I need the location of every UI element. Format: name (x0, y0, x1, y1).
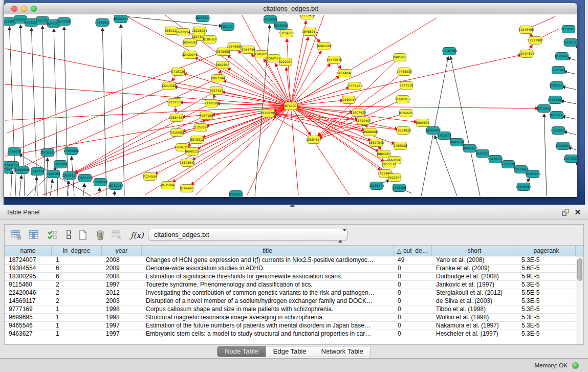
graph-node[interactable]: 12160469 (341, 96, 357, 104)
graph-node[interactable]: 11607466 (395, 96, 411, 103)
memory-status-indicator[interactable] (572, 362, 579, 369)
graph-node[interactable]: 15472075 (326, 56, 342, 64)
graph-node[interactable]: 17016504 (555, 142, 571, 150)
column-header-title[interactable]: title (142, 246, 394, 256)
graph-node[interactable]: 16033809 (195, 15, 211, 22)
table-row[interactable]: 2242004622012Investigating the contribut… (5, 289, 576, 297)
graph-node[interactable]: 20206516 (40, 149, 56, 157)
graph-node[interactable]: 8912954 (177, 29, 190, 36)
tab-edge-table[interactable]: Edge Table (266, 346, 314, 357)
graph-node[interactable]: 11353594 (193, 124, 209, 132)
graph-node[interactable]: 2942757 (31, 168, 45, 176)
graph-node[interactable]: 8267150 (200, 112, 213, 120)
graph-node[interactable]: 16543382 (182, 39, 198, 47)
graph-node[interactable]: 17485033 (397, 68, 412, 76)
graph-node[interactable]: 9154695 (399, 110, 413, 117)
graph-node[interactable]: 9698222 (185, 148, 199, 156)
window-titlebar[interactable]: citations_edges.txt (4, 3, 577, 14)
graph-node[interactable]: 1877516 (400, 82, 413, 90)
graph-node[interactable]: 14614046 (337, 70, 353, 77)
graph-node[interactable]: 9245022 (476, 150, 490, 158)
graph-node[interactable]: 8186328 (203, 36, 217, 43)
select-columns-icon[interactable] (47, 229, 59, 242)
graph-node[interactable]: 2616050 (8, 148, 21, 156)
graph-node[interactable]: 10688609 (362, 128, 378, 136)
column-header-name[interactable]: name (5, 246, 52, 256)
float-panel-icon[interactable] (561, 208, 570, 216)
graph-node[interactable]: 13958167 (93, 179, 108, 186)
table-select-dropdown[interactable]: citations_edges.txt (148, 229, 347, 240)
column-header-in_degree[interactable]: in_degree (52, 246, 102, 256)
graph-node[interactable]: 9756928 (394, 142, 407, 150)
graph-node[interactable]: 15692971 (551, 127, 567, 135)
delete-column-icon[interactable] (95, 229, 107, 242)
graph-node[interactable]: 9842848 (216, 61, 230, 69)
graph-node[interactable]: 20206511 (113, 15, 129, 23)
graph-node[interactable]: 1916682 (170, 129, 184, 137)
graph-node[interactable]: 9222034 (279, 58, 293, 66)
graph-node[interactable]: 19734893 (519, 50, 535, 58)
table-row[interactable]: 1872400712008Changes of HCN gene express… (5, 256, 576, 265)
graph-node[interactable]: 16648784 (442, 48, 458, 55)
function-builder-icon[interactable]: ƒ(x) (130, 229, 148, 242)
graph-node[interactable]: 11603944 (180, 159, 195, 167)
graph-node[interactable]: 11120453 (561, 26, 577, 33)
graph-node[interactable]: 1673305 (57, 18, 71, 26)
graph-node[interactable]: 7635044 (161, 182, 175, 189)
tab-node-table[interactable]: Node Table (217, 346, 266, 357)
graph-node[interactable]: 9129966 (555, 53, 569, 60)
graph-node[interactable]: 2522544 (388, 174, 402, 182)
table-row[interactable]: 1938455462009Genome-wide association stu… (5, 265, 576, 273)
table-row[interactable]: 946362711997Embryonic stem cells: a mode… (5, 330, 576, 338)
graph-node[interactable]: 9218506 (274, 22, 288, 30)
graph-node[interactable]: 8791977 (438, 132, 451, 140)
graph-node[interactable]: 15125479 (299, 15, 315, 19)
graph-node[interactable]: 25676068 (227, 43, 243, 51)
graph-node[interactable]: 2718126 (171, 68, 185, 76)
tab-network-table[interactable]: Network Table (314, 346, 371, 357)
table-row[interactable]: 977716911998Corpus callosum shape and si… (5, 305, 576, 314)
graph-node[interactable]: 8813074 (4, 161, 9, 169)
table-settings-icon[interactable] (11, 229, 23, 242)
graph-node[interactable]: 12213383 (161, 82, 177, 90)
graph-node[interactable]: 13254386 (279, 30, 295, 37)
graph-node[interactable]: 15720407 (356, 117, 372, 125)
graph-node[interactable]: 8878312 (190, 136, 204, 144)
table-row[interactable]: 911546021997Tourette syndrome. Phenomeno… (5, 281, 576, 289)
column-header-year[interactable]: year (102, 246, 142, 256)
graph-node[interactable]: 1733426 (393, 184, 406, 192)
graph-node[interactable]: 19654923 (396, 127, 411, 135)
graph-node[interactable]: 17771253 (347, 82, 363, 90)
graph-node[interactable]: 11548498 (518, 26, 534, 34)
table-scrollbar[interactable] (576, 256, 583, 344)
graph-node[interactable]: 9164421 (229, 191, 243, 198)
graph-node[interactable]: 9227343 (552, 67, 565, 74)
graph-node[interactable]: 11568693 (14, 166, 30, 174)
graph-node[interactable]: 11245052 (516, 183, 532, 191)
graph-node[interactable]: 17359921 (95, 19, 111, 27)
graph-node[interactable]: 13505135 (62, 172, 78, 180)
graph-node[interactable]: 7357224 (221, 23, 235, 31)
graph-node[interactable]: 8215953 (537, 105, 551, 113)
graph-node[interactable]: 9164447 (180, 185, 194, 192)
graph-node[interactable]: 9146821 (254, 51, 268, 58)
graph-node[interactable]: 12444151 (548, 96, 563, 104)
graph-node[interactable]: 19384554 (306, 136, 322, 144)
graph-node[interactable]: 9827552 (210, 87, 224, 95)
new-column-icon[interactable] (77, 229, 90, 242)
graph-node[interactable]: 1145191 (47, 170, 60, 178)
graph-node[interactable]: 19654935 (169, 114, 185, 122)
delete-table-icon[interactable] (111, 229, 123, 242)
split-pane-handle-icon[interactable] (290, 204, 295, 207)
graph-node[interactable]: 15135141 (369, 182, 385, 190)
graph-node[interactable]: 16782753 (108, 182, 124, 190)
column-visibility-icon[interactable] (28, 229, 40, 242)
table-row[interactable]: 1456911722003Disruption of a novel membe… (5, 297, 576, 305)
table-row[interactable]: 969969511998Structural magnetic resonanc… (5, 314, 576, 322)
graph-node[interactable]: 16465910 (302, 28, 318, 36)
graph-node[interactable]: 18807243 (368, 139, 384, 147)
graph-node[interactable]: 18107554 (167, 99, 183, 106)
graph-node[interactable]: 11607433 (351, 109, 366, 117)
graph-node[interactable]: 12450929 (525, 170, 541, 178)
graph-node[interactable]: 7124504 (143, 173, 157, 181)
